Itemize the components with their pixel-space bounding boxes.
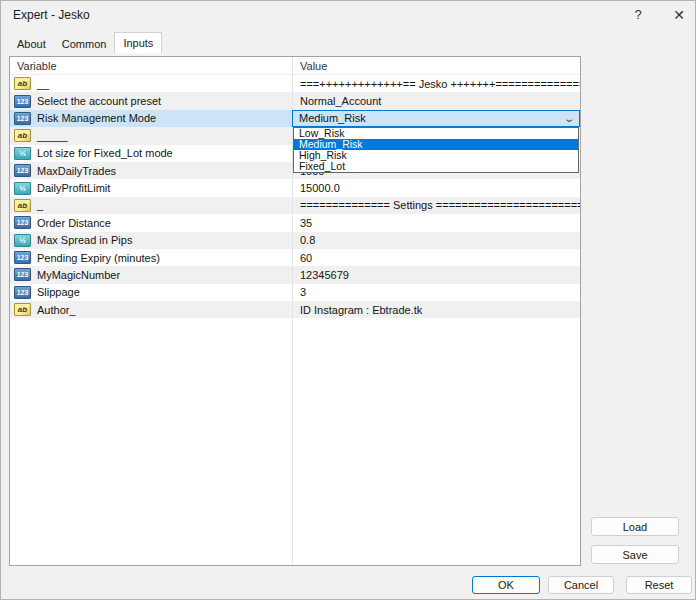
- param-label: Order Distance: [37, 217, 111, 229]
- string-type-icon: ab: [14, 199, 31, 212]
- integer-type-icon: 123: [14, 251, 31, 264]
- load-button[interactable]: Load: [591, 517, 679, 536]
- risk-mode-combobox[interactable]: Medium_Risk ⌄: [292, 110, 580, 127]
- param-value[interactable]: 12345679: [300, 269, 349, 281]
- integer-type-icon: 123: [14, 164, 31, 177]
- table-row[interactable]: 123Pending Expiry (minutes) 60: [10, 249, 580, 266]
- param-label: Select the account preset: [37, 95, 161, 107]
- param-label: DailyProfitLimit: [37, 182, 110, 194]
- cancel-button[interactable]: Cancel: [548, 576, 614, 594]
- chevron-down-icon[interactable]: ⌄: [563, 113, 575, 124]
- table-row[interactable]: 123Slippage 3: [10, 284, 580, 301]
- reset-button[interactable]: Reset: [626, 576, 692, 594]
- param-value[interactable]: 15000.0: [300, 182, 340, 194]
- ok-button[interactable]: OK: [472, 576, 540, 594]
- table-row[interactable]: ½DailyProfitLimit 15000.0: [10, 179, 580, 196]
- inputs-table: Variable Value ab__ ===+++++++++++++== J…: [9, 56, 581, 566]
- param-label: Slippage: [37, 286, 80, 298]
- table-row[interactable]: 123MyMagicNumber 12345679: [10, 266, 580, 283]
- param-value[interactable]: ============== Settings ================…: [300, 199, 580, 211]
- tab-inputs[interactable]: Inputs: [114, 32, 162, 54]
- tab-bar: About Common Inputs: [9, 34, 162, 54]
- column-header-value: Value: [292, 57, 580, 74]
- param-value[interactable]: 35: [300, 217, 312, 229]
- param-label: __: [37, 78, 49, 90]
- double-type-icon: ½: [14, 234, 31, 247]
- param-label: _____: [37, 130, 68, 142]
- combobox-selected-value: Medium_Risk: [299, 112, 366, 124]
- double-type-icon: ½: [14, 147, 31, 160]
- table-row[interactable]: abAuthor_ ID Instagram : Ebtrade.tk: [10, 301, 580, 318]
- string-type-icon: ab: [14, 77, 31, 90]
- droplist-option-fixed-lot[interactable]: Fixed_Lot: [294, 161, 578, 172]
- save-button[interactable]: Save: [591, 545, 679, 564]
- integer-type-icon: 123: [14, 95, 31, 108]
- param-label: MyMagicNumber: [37, 269, 120, 281]
- param-value[interactable]: 0.8: [300, 234, 315, 246]
- window-title: Expert - Jesko: [13, 8, 90, 22]
- integer-type-icon: 123: [14, 216, 31, 229]
- expert-properties-dialog: Expert - Jesko ? ✕ About Common Inputs V…: [0, 0, 696, 600]
- param-value[interactable]: ID Instagram : Ebtrade.tk: [300, 304, 422, 316]
- integer-type-icon: 123: [14, 112, 31, 125]
- tab-about[interactable]: About: [9, 35, 54, 54]
- double-type-icon: ½: [14, 182, 31, 195]
- risk-mode-droplist: Low_Risk Medium_Risk High_Risk Fixed_Lot: [293, 127, 579, 173]
- table-row[interactable]: ½Max Spread in Pips 0.8: [10, 232, 580, 249]
- table-row[interactable]: ab_ ============== Settings ============…: [10, 197, 580, 214]
- integer-type-icon: 123: [14, 286, 31, 299]
- param-value[interactable]: ===+++++++++++++== Jesko +++++++========…: [300, 78, 580, 90]
- param-value[interactable]: Normal_Account: [300, 95, 381, 107]
- help-icon[interactable]: ?: [628, 5, 648, 25]
- close-icon[interactable]: ✕: [669, 5, 689, 25]
- string-type-icon: ab: [14, 303, 31, 316]
- param-label: Risk Management Mode: [37, 112, 156, 124]
- string-type-icon: ab: [14, 129, 31, 142]
- param-label: Max Spread in Pips: [37, 234, 132, 246]
- table-row-selected[interactable]: 123Risk Management Mode Medium_Risk ⌄: [10, 110, 580, 127]
- tab-common[interactable]: Common: [54, 35, 115, 54]
- param-label: MaxDailyTrades: [37, 165, 116, 177]
- param-label: _: [37, 199, 43, 211]
- integer-type-icon: 123: [14, 268, 31, 281]
- table-row[interactable]: 123Order Distance 35: [10, 214, 580, 231]
- param-label: Author_: [37, 304, 76, 316]
- table-header: Variable Value: [10, 57, 580, 75]
- param-value[interactable]: 60: [300, 252, 312, 264]
- param-label: Lot size for Fixed_Lot mode: [37, 147, 173, 159]
- column-header-variable: Variable: [10, 57, 292, 74]
- table-row[interactable]: ab__ ===+++++++++++++== Jesko +++++++===…: [10, 75, 580, 92]
- param-label: Pending Expiry (minutes): [37, 252, 160, 264]
- table-row[interactable]: 123Select the account preset Normal_Acco…: [10, 92, 580, 109]
- param-value[interactable]: 3: [300, 286, 306, 298]
